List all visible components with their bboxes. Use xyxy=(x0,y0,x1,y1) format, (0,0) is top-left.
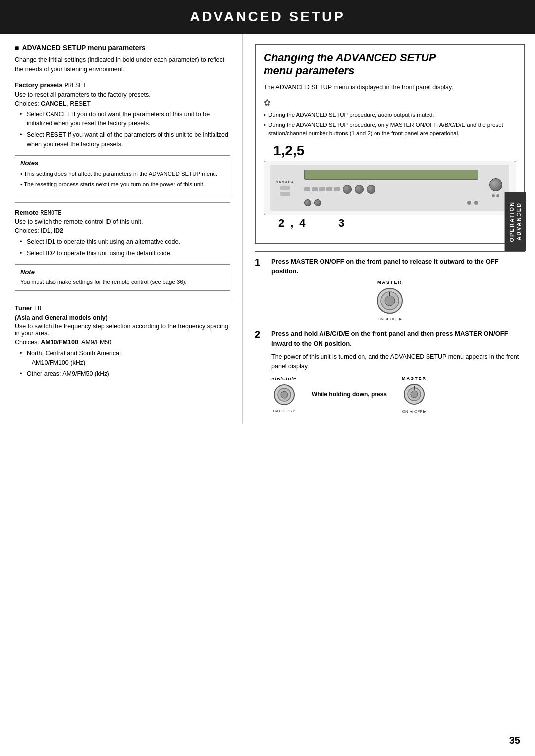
tuner-bullets: North, Central and South America: AM10/F… xyxy=(15,349,230,378)
abcde-knob-svg xyxy=(272,382,297,407)
master-label2: MASTER xyxy=(402,376,427,381)
note-item: This setting does not affect the paramet… xyxy=(20,170,225,178)
device-knob xyxy=(355,185,364,194)
remote-tag: REMOTE xyxy=(40,210,61,216)
device-knob xyxy=(367,185,375,194)
step2-text: Press and hold A/B/C/D/E on the front pa… xyxy=(271,329,525,348)
device-image: YAMAHA xyxy=(264,161,516,215)
device-btn xyxy=(280,186,290,190)
note-item: The resetting process starts next time y… xyxy=(20,180,225,189)
right-col-inner: Changing the ADVANCED SETUP menu paramet… xyxy=(255,44,525,414)
yamaha-logo: YAMAHA xyxy=(276,180,294,184)
diagram-numbers-bottom: 2,4 3 xyxy=(264,217,516,230)
note-box: Note You must also make settings for the… xyxy=(15,264,230,291)
device-controls-row2 xyxy=(304,199,479,206)
device-controls-row xyxy=(304,185,479,194)
factory-presets-tag: PRESET xyxy=(64,82,86,89)
device-dot xyxy=(492,194,495,197)
device-master-knob xyxy=(489,178,502,191)
device-dot xyxy=(467,201,471,205)
device-btn xyxy=(319,187,325,191)
tuner-subtitle: (Asia and General models only) xyxy=(15,314,230,321)
right-bullet-notes: During the ADVANCED SETUP procedure, aud… xyxy=(264,111,516,138)
abcde-label: A/B/C/D/E xyxy=(271,377,297,381)
divider xyxy=(15,202,230,203)
section-heading: ADVANCED SETUP menu parameters xyxy=(15,44,230,52)
tuner-title: Tuner TU xyxy=(15,304,230,312)
svg-point-2 xyxy=(385,296,395,306)
tuner-choices: Choices: AM10/FM100, AM9/FM50 xyxy=(15,339,230,346)
step1-text: Press MASTER ON/OFF on the front panel t… xyxy=(271,257,525,276)
list-item: North, Central and South America: AM10/F… xyxy=(20,349,230,368)
master-sub-label2: ON ◄ OFF ▶ xyxy=(402,409,427,414)
diagram-numbers-top: 1,2,5 xyxy=(264,143,516,159)
list-item: During the ADVANCED SETUP procedure, aud… xyxy=(264,111,516,119)
tuner-tag: TU xyxy=(34,305,41,312)
master-sub-label: ON ◄ OFF ▶ xyxy=(375,317,405,321)
notes-title: Notes xyxy=(20,160,225,167)
list-item: During the ADVANCED SETUP procedure, onl… xyxy=(264,121,516,138)
notes-box: Notes This setting does not affect the p… xyxy=(15,155,230,196)
step2-detail: The power of this unit is turned on, and… xyxy=(271,352,525,371)
note-text: You must also make settings for the remo… xyxy=(20,278,225,286)
step2-icons: A/B/C/D/E CATEGORY While holding down, p… xyxy=(271,376,525,414)
svg-point-6 xyxy=(281,391,288,398)
factory-presets-title: Factory presets PRESET xyxy=(15,81,230,89)
device-knob xyxy=(343,185,352,194)
step2-row: 2 Press and hold A/B/C/D/E on the front … xyxy=(255,329,525,348)
content-wrapper: ADVANCED SETUP menu parameters Change th… xyxy=(0,34,535,424)
panel-intro: The ADVANCED SETUP menu is displayed in … xyxy=(264,83,516,92)
side-tab: ADVANCED OPERATION xyxy=(505,192,526,251)
section-divider xyxy=(255,251,525,252)
step1-row: 1 Press MASTER ON/OFF on the front panel… xyxy=(255,257,525,276)
category-label: CATEGORY xyxy=(271,409,297,413)
step2-section: 2 Press and hold A/B/C/D/E on the front … xyxy=(255,329,525,414)
step1-number: 1 xyxy=(255,257,267,268)
factory-presets-desc: Use to reset all parameters to the facto… xyxy=(15,91,230,98)
list-item: Select RESET if you want all of the para… xyxy=(20,130,230,149)
master-knob-svg2 xyxy=(402,382,427,407)
device-dot xyxy=(496,194,499,197)
factory-presets-bullets: Select CANCEL if you do not want the par… xyxy=(15,110,230,149)
device-btn xyxy=(280,192,290,196)
device-btn xyxy=(334,187,340,191)
remote-title: Remote REMOTE xyxy=(15,209,230,216)
step2-number: 2 xyxy=(255,329,267,340)
master-knob-area: MASTER ON ◄ OFF ▶ xyxy=(255,280,525,321)
tuner-desc: Use to switch the frequency step selecti… xyxy=(15,323,230,337)
device-knob-sm xyxy=(314,199,321,206)
remote-desc: Use to switch the remote control ID of t… xyxy=(15,218,230,225)
remote-choices: Choices: ID1, ID2 xyxy=(15,227,230,234)
left-column: ADVANCED SETUP menu parameters Change th… xyxy=(0,34,243,424)
abcde-container: A/B/C/D/E CATEGORY xyxy=(271,377,297,413)
device-btn xyxy=(312,187,318,191)
list-item: Select CANCEL if you do not want the par… xyxy=(20,110,230,129)
changing-title: Changing the ADVANCED SETUP menu paramet… xyxy=(264,52,516,78)
device-display xyxy=(304,170,479,180)
changing-box: Changing the ADVANCED SETUP menu paramet… xyxy=(255,44,525,244)
list-item: Other areas: AM9/FM50 (kHz) xyxy=(20,369,230,378)
right-column: Changing the ADVANCED SETUP menu paramet… xyxy=(243,34,535,424)
device-btn xyxy=(304,187,310,191)
diagram-area: 1,2,5 YAMAHA xyxy=(264,143,516,230)
device-left-panel: YAMAHA xyxy=(270,165,300,211)
intro-text: Change the initial settings (indicated i… xyxy=(15,55,230,74)
step1-section: 1 Press MASTER ON/OFF on the front panel… xyxy=(255,257,525,321)
factory-presets-choices: Choices: CANCEL, RESET xyxy=(15,100,230,107)
while-holding-text: While holding down, press xyxy=(312,390,387,399)
master-knob-container: MASTER ON ◄ OFF ▶ xyxy=(375,280,405,321)
master-knob-container2: MASTER ON ◄ OFF ▶ xyxy=(402,376,427,414)
device-inner: YAMAHA xyxy=(270,165,510,211)
remote-bullets: Select ID1 to operate this unit using an… xyxy=(15,237,230,258)
master-knob-svg xyxy=(375,286,405,316)
page-header: ADVANCED SETUP xyxy=(0,0,535,34)
page-title: ADVANCED SETUP xyxy=(190,9,345,24)
divider xyxy=(15,298,230,298)
master-label: MASTER xyxy=(375,280,405,285)
device-dot xyxy=(474,201,478,205)
note-title: Note xyxy=(20,269,225,276)
device-btn xyxy=(326,187,332,191)
list-item: Select ID2 to operate this unit using th… xyxy=(20,249,230,258)
page-number: 35 xyxy=(509,735,520,746)
svg-point-9 xyxy=(411,391,418,398)
